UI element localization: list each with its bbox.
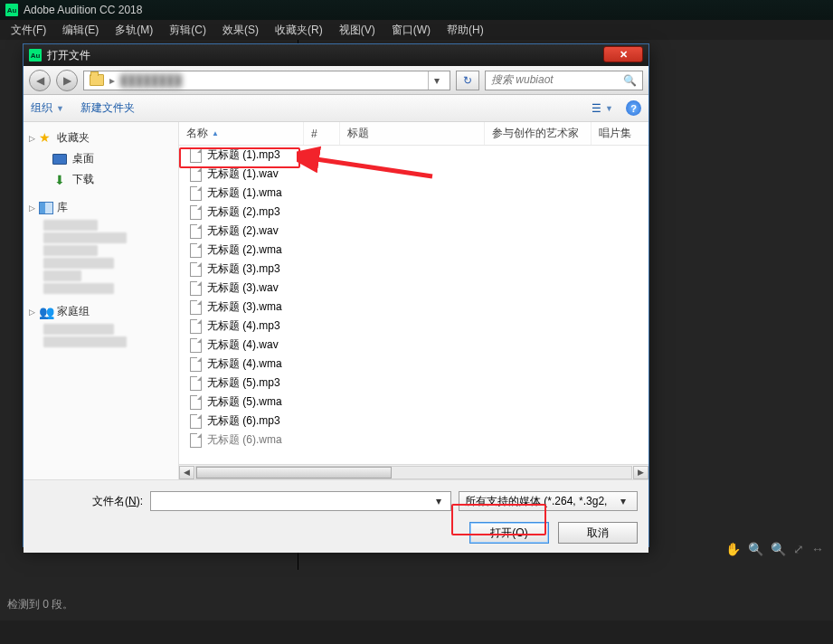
- col-title[interactable]: 标题: [340, 122, 485, 145]
- file-row[interactable]: 无标题 (6).wma: [179, 431, 648, 450]
- address-dropdown-icon[interactable]: ▾: [428, 71, 444, 90]
- folder-icon: [90, 74, 104, 86]
- file-name: 无标题 (5).wma: [207, 394, 282, 410]
- desktop-icon: [52, 154, 67, 165]
- menu-file[interactable]: 文件(F): [4, 21, 53, 40]
- file-row[interactable]: 无标题 (4).wma: [179, 355, 648, 374]
- menu-favorites[interactable]: 收藏夹(R): [268, 21, 330, 40]
- dialog-toolbar: 组织 ▼ 新建文件夹 ☰ ▼ ?: [24, 95, 648, 122]
- filter-dropdown-icon[interactable]: ▾: [615, 492, 631, 510]
- col-name-label: 名称: [186, 126, 208, 141]
- file-name: 无标题 (1).mp3: [207, 147, 280, 163]
- menu-help[interactable]: 帮助(H): [440, 21, 491, 40]
- file-row[interactable]: 无标题 (5).mp3: [179, 374, 648, 393]
- file-icon: [190, 281, 202, 296]
- search-input[interactable]: 搜索 wubiaot 🔍: [485, 71, 643, 90]
- file-row[interactable]: 无标题 (3).mp3: [179, 260, 648, 279]
- menu-edit[interactable]: 编辑(E): [55, 21, 106, 40]
- library-icon: [39, 202, 53, 214]
- menu-view[interactable]: 视图(V): [332, 21, 383, 40]
- scroll-track[interactable]: [195, 466, 632, 479]
- file-row[interactable]: 无标题 (1).wav: [179, 165, 648, 184]
- sidebar-downloads[interactable]: ⬇ 下载: [24, 169, 178, 190]
- file-row[interactable]: 无标题 (5).wma: [179, 393, 648, 412]
- file-row[interactable]: 无标题 (2).wma: [179, 241, 648, 260]
- view-mode-button[interactable]: ☰ ▼: [592, 102, 613, 115]
- organize-menu[interactable]: 组织: [31, 100, 52, 116]
- app-title-bar: Au Adobe Audition CC 2018: [0, 0, 833, 20]
- sidebar-favorites[interactable]: ▷ ★ 收藏夹: [24, 128, 178, 148]
- col-number-label: #: [311, 128, 317, 140]
- col-name[interactable]: 名称 ▲: [179, 122, 304, 145]
- file-list[interactable]: 无标题 (1).mp3无标题 (1).wav无标题 (1).wma无标题 (2)…: [179, 146, 648, 464]
- menu-effects[interactable]: 效果(S): [215, 21, 266, 40]
- col-artist-label: 参与创作的艺术家: [492, 126, 579, 141]
- dialog-nav-row: ◀ ▶ ▸ ████████ ▾ ↻ 搜索 wubiaot 🔍: [24, 66, 648, 95]
- blurred-item: [43, 324, 114, 335]
- back-button[interactable]: ◀: [29, 70, 51, 91]
- menu-clip[interactable]: 剪辑(C): [162, 21, 213, 40]
- file-icon: [190, 433, 202, 448]
- menu-multitrack[interactable]: 多轨(M): [108, 21, 160, 40]
- file-row[interactable]: 无标题 (3).wma: [179, 298, 648, 317]
- sidebar-desktop[interactable]: 桌面: [24, 148, 178, 169]
- file-icon: [190, 319, 202, 334]
- file-row[interactable]: 无标题 (4).wav: [179, 336, 648, 355]
- file-icon: [190, 186, 202, 201]
- file-row[interactable]: 无标题 (2).mp3: [179, 203, 648, 222]
- zoom-in-icon[interactable]: 🔍: [748, 542, 763, 556]
- new-folder-button[interactable]: 新建文件夹: [80, 100, 135, 116]
- dialog-title-bar[interactable]: Au 打开文件 ✕: [24, 44, 648, 66]
- filename-dropdown-icon[interactable]: ▾: [431, 492, 447, 510]
- blurred-item: [43, 336, 127, 347]
- hand-tool-icon[interactable]: ✋: [725, 542, 741, 556]
- zoom-fit-icon[interactable]: ↔: [811, 542, 824, 556]
- sidebar-libraries-label: 库: [57, 200, 68, 215]
- sidebar-libraries[interactable]: ▷ 库: [24, 197, 178, 218]
- cancel-button[interactable]: 取消: [558, 522, 638, 544]
- file-type-filter-label: 所有支持的媒体 (*.264, *.3g2,: [465, 494, 607, 509]
- col-number[interactable]: #: [304, 122, 340, 145]
- help-button[interactable]: ?: [626, 100, 641, 116]
- file-type-filter[interactable]: 所有支持的媒体 (*.264, *.3g2, ▾: [459, 491, 638, 511]
- col-album[interactable]: 唱片集: [592, 122, 648, 145]
- file-icon: [190, 300, 202, 315]
- file-icon: [190, 205, 202, 220]
- file-name: 无标题 (2).wav: [207, 223, 279, 239]
- forward-button[interactable]: ▶: [56, 70, 78, 91]
- zoom-full-icon[interactable]: ⤢: [793, 542, 804, 556]
- col-artist[interactable]: 参与创作的艺术家: [485, 122, 592, 145]
- open-button[interactable]: 打开(O): [469, 522, 549, 544]
- address-path: ████████: [120, 74, 182, 87]
- filename-label-post: ):: [137, 495, 143, 507]
- file-pane: 名称 ▲ # 标题 参与创作的艺术家 唱片集 无标题 (1).mp3无标题 (1…: [179, 122, 648, 479]
- close-button[interactable]: ✕: [603, 46, 643, 62]
- file-icon: [190, 224, 202, 239]
- filename-input[interactable]: ▾: [150, 491, 451, 511]
- file-row[interactable]: 无标题 (4).mp3: [179, 317, 648, 336]
- scroll-right-button[interactable]: ▶: [633, 466, 648, 479]
- horizontal-scrollbar[interactable]: ◀ ▶: [179, 464, 648, 479]
- filename-label-pre: 文件名(: [92, 495, 128, 507]
- organize-dropdown-icon[interactable]: ▼: [56, 104, 64, 113]
- file-row[interactable]: 无标题 (1).wma: [179, 184, 648, 203]
- refresh-button[interactable]: ↻: [456, 71, 479, 90]
- file-row[interactable]: 无标题 (2).wav: [179, 222, 648, 241]
- sidebar-homegroup[interactable]: ▷ 👥 家庭组: [24, 301, 178, 322]
- file-row[interactable]: 无标题 (1).mp3: [179, 146, 648, 165]
- file-row[interactable]: 无标题 (3).wav: [179, 279, 648, 298]
- file-name: 无标题 (4).wma: [207, 356, 282, 372]
- file-icon: [190, 262, 202, 277]
- view-list-icon: ☰: [592, 102, 601, 115]
- blurred-item: [43, 258, 114, 269]
- zoom-out-icon[interactable]: 🔍: [771, 542, 786, 556]
- menu-window[interactable]: 窗口(W): [384, 21, 438, 40]
- file-row[interactable]: 无标题 (6).mp3: [179, 412, 648, 431]
- scroll-thumb[interactable]: [196, 467, 392, 478]
- scroll-left-button[interactable]: ◀: [179, 466, 194, 479]
- blurred-item: [43, 283, 114, 294]
- status-strip: 检测到 0 段。: [0, 570, 833, 620]
- file-name: 无标题 (3).wav: [207, 280, 279, 296]
- address-bar[interactable]: ▸ ████████ ▾: [83, 71, 450, 90]
- status-text: 检测到 0 段。: [7, 598, 73, 611]
